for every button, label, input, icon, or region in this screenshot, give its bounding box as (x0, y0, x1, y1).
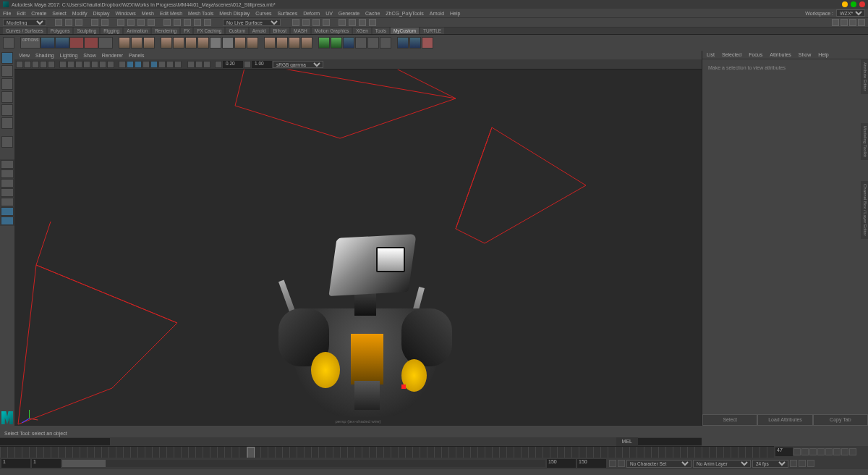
menu-curves[interactable]: Curves (255, 11, 271, 16)
menu-mesh[interactable]: Mesh (142, 11, 154, 16)
collapse-icon[interactable] (301, 37, 312, 49)
range-end-outer[interactable]: 150 (577, 459, 606, 468)
step-back-key-icon[interactable] (801, 448, 809, 455)
select-object-icon[interactable] (137, 19, 145, 26)
workspace-select[interactable]: WZX* (836, 9, 865, 17)
shelf-tab-turtle[interactable]: TURTLE (420, 28, 444, 34)
vp-image-plane-icon[interactable] (32, 61, 39, 68)
step-fwd-icon[interactable] (833, 448, 841, 455)
lattice-icon[interactable] (397, 37, 409, 49)
vp-safe-action-icon[interactable] (99, 61, 106, 68)
shelf-blue1-icon[interactable] (41, 37, 55, 49)
attr-copy-button[interactable]: Copy Tab (813, 414, 868, 426)
vp-grid-icon[interactable] (59, 61, 67, 68)
current-frame-field[interactable]: 47 (775, 447, 793, 456)
shelf-tab-fx-caching[interactable]: FX Caching (194, 28, 224, 34)
vp-xray-joints-icon[interactable] (203, 61, 210, 68)
charset-select[interactable]: No Character Set (626, 460, 692, 468)
panel-toggle-4-icon[interactable] (858, 19, 865, 26)
playback-prev-icon[interactable] (349, 19, 356, 26)
vp-menu-panels[interactable]: Panels (129, 53, 144, 58)
shelf-options-btn[interactable]: OPTIONS (20, 37, 41, 49)
undo-icon[interactable] (91, 19, 98, 26)
separate-icon[interactable] (173, 37, 184, 49)
attr-tab-help[interactable]: Help (818, 52, 828, 57)
shelf-tab-curves-surfaces[interactable]: Curves / Surfaces (3, 28, 46, 34)
maximize-icon[interactable] (851, 1, 856, 7)
mode-select[interactable]: Modeling (3, 19, 46, 26)
close-icon[interactable] (859, 1, 865, 7)
shelf-tab-rendering[interactable]: Rendering (152, 28, 179, 34)
menu-zhcg_polytools[interactable]: ZhCG_PolyTools (386, 11, 424, 16)
vp-menu-view[interactable]: View (19, 53, 30, 58)
shelf-tab-bifrost[interactable]: Bifrost (271, 28, 289, 34)
vp-shaded-icon[interactable] (127, 61, 134, 68)
menu-file[interactable]: File (3, 11, 11, 16)
poly-cube-icon[interactable] (119, 37, 130, 49)
vp-xray-icon[interactable] (195, 61, 203, 68)
menu-surfaces[interactable]: Surfaces (278, 11, 298, 16)
setkey-icon[interactable] (618, 460, 625, 467)
move-tool[interactable] (1, 91, 13, 103)
command-input[interactable] (0, 438, 110, 445)
vp-select-camera-icon[interactable] (16, 61, 23, 68)
new-scene-icon[interactable] (55, 19, 62, 26)
scale-tool[interactable] (1, 117, 13, 129)
save-scene-icon[interactable] (75, 19, 82, 26)
shelf-red2-icon[interactable] (84, 37, 98, 49)
poly-sphere-icon[interactable] (131, 37, 142, 49)
insert-edge-icon[interactable] (367, 37, 379, 49)
vp-menu-show[interactable]: Show (83, 53, 96, 58)
snap-grid-icon[interactable] (163, 19, 171, 26)
vp-grease-icon[interactable] (48, 61, 55, 68)
menu-modify[interactable]: Modify (72, 11, 88, 16)
vp-aa-icon[interactable] (174, 61, 182, 68)
robot-model[interactable] (282, 236, 448, 424)
vp-menu-renderer[interactable]: Renderer (102, 53, 123, 58)
render-settings-icon[interactable] (323, 19, 330, 26)
animlayer-select[interactable]: No Anim Layer (693, 460, 751, 468)
snap-surface-icon[interactable] (204, 19, 211, 26)
attr-tab-show[interactable]: Show (799, 52, 812, 57)
attr-tab-list[interactable]: List (707, 52, 715, 57)
sound-icon[interactable] (799, 460, 806, 467)
shelf-tab-mycustom[interactable]: MyCustom (391, 28, 419, 34)
panel-toggle-2-icon[interactable] (841, 19, 848, 26)
time-slider[interactable] (0, 447, 774, 458)
playback-start-icon[interactable] (339, 19, 346, 26)
playback-next-icon[interactable] (369, 19, 376, 26)
combine-icon[interactable] (161, 37, 172, 49)
bevel-icon[interactable] (234, 37, 246, 49)
render-icon[interactable] (302, 19, 310, 26)
attr-tab-selected[interactable]: Selected (722, 52, 741, 57)
vp-film-gate-icon[interactable] (67, 61, 75, 68)
select-component-icon[interactable] (148, 19, 155, 26)
layout-four-icon[interactable] (1, 169, 14, 178)
range-slider-track[interactable] (62, 460, 545, 467)
layout-outliner-icon[interactable] (1, 207, 14, 216)
time-cursor[interactable] (247, 447, 255, 458)
menu-help[interactable]: Help (450, 11, 460, 16)
shelf-tab-xgen[interactable]: XGen (353, 28, 371, 34)
select-mode-icon[interactable] (117, 19, 124, 26)
menu-arnold[interactable]: Arnold (430, 11, 444, 16)
vp-shadows-icon[interactable] (150, 61, 158, 68)
lasso-tool[interactable] (1, 65, 13, 77)
bridge-icon[interactable] (247, 37, 258, 49)
menu-windows[interactable]: Windows (115, 11, 135, 16)
attr-tab-attributes[interactable]: Attributes (770, 52, 791, 57)
panel-toggle-1-icon[interactable] (832, 19, 839, 26)
fps-select[interactable]: 24 fps (752, 460, 788, 468)
poly-cylinder-icon[interactable] (143, 37, 155, 49)
panel-toggle-3-icon[interactable] (849, 19, 856, 26)
vp-safe-title-icon[interactable] (107, 61, 114, 68)
range-start-outer[interactable]: 1 (1, 459, 30, 468)
shelf-tab-sculpting[interactable]: Sculpting (74, 28, 99, 34)
select-hier-icon[interactable] (127, 19, 135, 26)
shelf-red1-icon[interactable] (69, 37, 84, 49)
range-start-inner[interactable]: 1 (32, 459, 61, 468)
viewport-canvas[interactable]: persp (tex-shaded wire) (14, 70, 702, 426)
menu-deform[interactable]: Deform (303, 11, 320, 16)
range-handle[interactable] (62, 460, 106, 467)
live-surface-select[interactable]: No Live Surface (223, 19, 281, 26)
